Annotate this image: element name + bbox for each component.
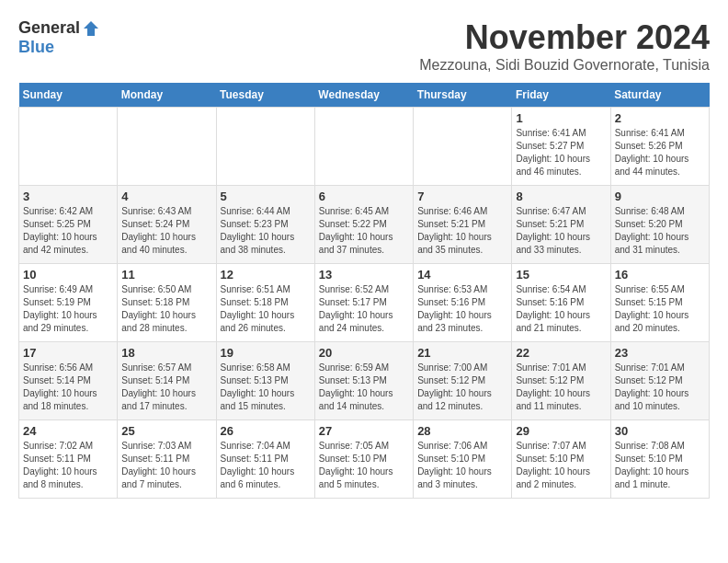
calendar-cell: 25Sunrise: 7:03 AM Sunset: 5:11 PM Dayli… — [118, 420, 216, 499]
svg-marker-0 — [84, 21, 98, 36]
day-info: Sunrise: 7:08 AM Sunset: 5:10 PM Dayligh… — [615, 440, 705, 491]
calendar-cell — [414, 108, 512, 186]
week-row-1: 1Sunrise: 6:41 AM Sunset: 5:27 PM Daylig… — [19, 108, 710, 186]
day-info: Sunrise: 7:01 AM Sunset: 5:12 PM Dayligh… — [615, 362, 705, 413]
day-number: 7 — [417, 190, 507, 203]
day-info: Sunrise: 6:52 AM Sunset: 5:17 PM Dayligh… — [319, 283, 409, 335]
page-header: General Blue November 2024 Mezzouna, Sid… — [18, 18, 710, 74]
day-info: Sunrise: 7:00 AM Sunset: 5:12 PM Dayligh… — [417, 362, 507, 413]
calendar-cell: 19Sunrise: 6:58 AM Sunset: 5:13 PM Dayli… — [216, 342, 314, 420]
day-number: 28 — [417, 424, 507, 438]
day-info: Sunrise: 7:03 AM Sunset: 5:11 PM Dayligh… — [121, 440, 211, 491]
calendar-table: SundayMondayTuesdayWednesdayThursdayFrid… — [18, 83, 710, 499]
day-info: Sunrise: 6:46 AM Sunset: 5:21 PM Dayligh… — [417, 205, 507, 257]
calendar-cell: 27Sunrise: 7:05 AM Sunset: 5:10 PM Dayli… — [314, 420, 413, 499]
day-info: Sunrise: 6:49 AM Sunset: 5:19 PM Dayligh… — [23, 283, 113, 335]
day-info: Sunrise: 6:41 AM Sunset: 5:27 PM Dayligh… — [516, 127, 606, 178]
calendar-cell — [19, 108, 118, 186]
day-number: 24 — [23, 424, 113, 438]
day-number: 4 — [121, 190, 211, 203]
day-number: 12 — [221, 268, 311, 282]
day-number: 2 — [615, 111, 705, 125]
month-title: November 2024 — [419, 18, 710, 57]
calendar-cell: 23Sunrise: 7:01 AM Sunset: 5:12 PM Dayli… — [610, 342, 709, 420]
calendar-cell: 7Sunrise: 6:46 AM Sunset: 5:21 PM Daylig… — [414, 186, 512, 264]
location-title: Mezzouna, Sidi Bouzid Governorate, Tunis… — [419, 57, 710, 74]
logo-icon — [82, 19, 100, 38]
calendar-cell — [118, 108, 216, 186]
day-info: Sunrise: 6:59 AM Sunset: 5:13 PM Dayligh… — [319, 362, 409, 413]
calendar-cell: 1Sunrise: 6:41 AM Sunset: 5:27 PM Daylig… — [512, 108, 610, 186]
weekday-header-row: SundayMondayTuesdayWednesdayThursdayFrid… — [19, 83, 710, 108]
day-info: Sunrise: 6:44 AM Sunset: 5:23 PM Dayligh… — [221, 205, 311, 257]
calendar-cell: 15Sunrise: 6:54 AM Sunset: 5:16 PM Dayli… — [512, 264, 610, 342]
title-section: November 2024 Mezzouna, Sidi Bouzid Gove… — [419, 18, 710, 74]
day-number: 6 — [319, 190, 409, 203]
day-info: Sunrise: 7:07 AM Sunset: 5:10 PM Dayligh… — [516, 440, 606, 491]
logo: General Blue — [18, 18, 100, 57]
calendar-cell: 16Sunrise: 6:55 AM Sunset: 5:15 PM Dayli… — [610, 264, 709, 342]
day-number: 16 — [615, 268, 705, 282]
calendar-cell: 13Sunrise: 6:52 AM Sunset: 5:17 PM Dayli… — [314, 264, 413, 342]
calendar-cell: 9Sunrise: 6:48 AM Sunset: 5:20 PM Daylig… — [610, 186, 709, 264]
day-info: Sunrise: 6:55 AM Sunset: 5:15 PM Dayligh… — [615, 283, 705, 335]
week-row-4: 17Sunrise: 6:56 AM Sunset: 5:14 PM Dayli… — [19, 342, 710, 420]
day-info: Sunrise: 7:04 AM Sunset: 5:11 PM Dayligh… — [221, 440, 311, 491]
calendar-cell — [216, 108, 314, 186]
weekday-header-friday: Friday — [512, 83, 610, 108]
weekday-header-sunday: Sunday — [19, 83, 118, 108]
day-number: 13 — [319, 268, 409, 282]
logo-general-text: General — [18, 18, 80, 38]
day-number: 20 — [319, 346, 409, 360]
weekday-header-wednesday: Wednesday — [314, 83, 413, 108]
calendar-cell — [314, 108, 413, 186]
day-info: Sunrise: 7:02 AM Sunset: 5:11 PM Dayligh… — [23, 440, 113, 491]
calendar-cell: 4Sunrise: 6:43 AM Sunset: 5:24 PM Daylig… — [118, 186, 216, 264]
calendar-cell: 26Sunrise: 7:04 AM Sunset: 5:11 PM Dayli… — [216, 420, 314, 499]
day-number: 15 — [516, 268, 606, 282]
week-row-5: 24Sunrise: 7:02 AM Sunset: 5:11 PM Dayli… — [19, 420, 710, 499]
weekday-header-monday: Monday — [118, 83, 216, 108]
calendar-cell: 20Sunrise: 6:59 AM Sunset: 5:13 PM Dayli… — [314, 342, 413, 420]
day-info: Sunrise: 6:43 AM Sunset: 5:24 PM Dayligh… — [121, 205, 211, 257]
calendar-cell: 8Sunrise: 6:47 AM Sunset: 5:21 PM Daylig… — [512, 186, 610, 264]
weekday-header-thursday: Thursday — [414, 83, 512, 108]
day-info: Sunrise: 7:06 AM Sunset: 5:10 PM Dayligh… — [417, 440, 507, 491]
day-number: 10 — [23, 268, 113, 282]
day-number: 22 — [516, 346, 606, 360]
calendar-cell: 30Sunrise: 7:08 AM Sunset: 5:10 PM Dayli… — [610, 420, 709, 499]
day-info: Sunrise: 7:01 AM Sunset: 5:12 PM Dayligh… — [516, 362, 606, 413]
week-row-2: 3Sunrise: 6:42 AM Sunset: 5:25 PM Daylig… — [19, 186, 710, 264]
calendar-cell: 17Sunrise: 6:56 AM Sunset: 5:14 PM Dayli… — [19, 342, 118, 420]
calendar-cell: 22Sunrise: 7:01 AM Sunset: 5:12 PM Dayli… — [512, 342, 610, 420]
calendar-cell: 29Sunrise: 7:07 AM Sunset: 5:10 PM Dayli… — [512, 420, 610, 499]
day-info: Sunrise: 6:53 AM Sunset: 5:16 PM Dayligh… — [417, 283, 507, 335]
calendar-cell: 5Sunrise: 6:44 AM Sunset: 5:23 PM Daylig… — [216, 186, 314, 264]
calendar-cell: 28Sunrise: 7:06 AM Sunset: 5:10 PM Dayli… — [414, 420, 512, 499]
day-number: 14 — [417, 268, 507, 282]
day-number: 25 — [121, 424, 211, 438]
day-info: Sunrise: 6:47 AM Sunset: 5:21 PM Dayligh… — [516, 205, 606, 257]
day-number: 3 — [23, 190, 113, 203]
day-number: 23 — [615, 346, 705, 360]
calendar-cell: 2Sunrise: 6:41 AM Sunset: 5:26 PM Daylig… — [610, 108, 709, 186]
day-number: 18 — [121, 346, 211, 360]
weekday-header-tuesday: Tuesday — [216, 83, 314, 108]
week-row-3: 10Sunrise: 6:49 AM Sunset: 5:19 PM Dayli… — [19, 264, 710, 342]
day-info: Sunrise: 6:56 AM Sunset: 5:14 PM Dayligh… — [23, 362, 113, 413]
calendar-cell: 3Sunrise: 6:42 AM Sunset: 5:25 PM Daylig… — [19, 186, 118, 264]
day-number: 17 — [23, 346, 113, 360]
day-info: Sunrise: 6:41 AM Sunset: 5:26 PM Dayligh… — [615, 127, 705, 178]
calendar-cell: 14Sunrise: 6:53 AM Sunset: 5:16 PM Dayli… — [414, 264, 512, 342]
day-info: Sunrise: 7:05 AM Sunset: 5:10 PM Dayligh… — [319, 440, 409, 491]
calendar-cell: 6Sunrise: 6:45 AM Sunset: 5:22 PM Daylig… — [314, 186, 413, 264]
calendar-cell: 12Sunrise: 6:51 AM Sunset: 5:18 PM Dayli… — [216, 264, 314, 342]
day-number: 1 — [516, 111, 606, 125]
day-number: 19 — [221, 346, 311, 360]
day-info: Sunrise: 6:58 AM Sunset: 5:13 PM Dayligh… — [221, 362, 311, 413]
day-info: Sunrise: 6:54 AM Sunset: 5:16 PM Dayligh… — [516, 283, 606, 335]
day-info: Sunrise: 6:50 AM Sunset: 5:18 PM Dayligh… — [121, 283, 211, 335]
day-info: Sunrise: 6:48 AM Sunset: 5:20 PM Dayligh… — [615, 205, 705, 257]
day-number: 29 — [516, 424, 606, 438]
calendar-cell: 10Sunrise: 6:49 AM Sunset: 5:19 PM Dayli… — [19, 264, 118, 342]
